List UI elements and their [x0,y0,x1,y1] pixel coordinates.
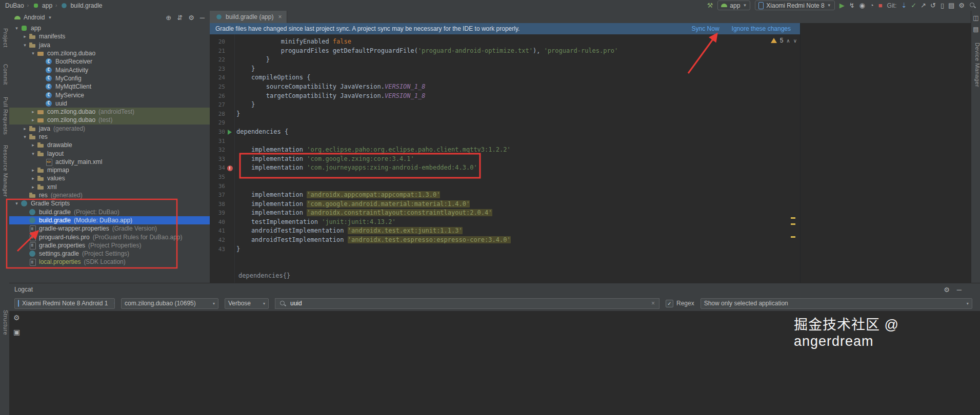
code-line-29[interactable]: 29 [210,118,800,128]
regex-option[interactable]: Regex [666,300,694,307]
git-commit-icon[interactable]: ✓ [911,2,916,9]
settings-icon[interactable]: ⚙ [188,14,194,21]
device-manager-icon[interactable]: ▯ [941,2,944,9]
run-gutter-icon[interactable] [228,130,232,135]
code-line-41[interactable]: 41 androidTestImplementation 'androidx.t… [210,226,800,236]
stop-icon[interactable]: ■ [878,2,883,9]
target-device-select[interactable]: Xiaomi Redmi Note 8 ▼ [755,1,834,10]
chevron-expanded-icon[interactable]: ▾ [22,43,28,48]
tree-item-myservice[interactable]: CMyService [9,91,210,99]
code-line-28[interactable]: 28} [210,110,800,119]
build-hammer-icon[interactable]: ⚒ [707,2,713,9]
tool-button-commit[interactable]: Commit [1,64,9,85]
code-line-30[interactable]: 30dependencies { [210,128,800,137]
code-line-22[interactable]: 22 } [210,55,800,65]
tree-item-com-zilong-dubao[interactable]: ▾com.zilong.dubao [9,49,210,57]
warning-stripe-mark[interactable] [791,217,795,219]
hide-panel-icon[interactable]: ─ [957,286,962,293]
chevron-down-icon[interactable]: ▼ [48,15,52,20]
breadcrumb-module[interactable]: app [42,2,52,9]
code-line-32[interactable]: 32 implementation 'org.eclipse.paho:org.… [210,146,800,155]
code-editor[interactable]: 20 minifyEnabled false21 proguardFiles g… [210,34,800,283]
chevron-expanded-icon[interactable]: ▾ [13,26,20,31]
breadcrumb-file[interactable]: build.gradle [70,2,102,9]
code-line-27[interactable]: 27 } [210,100,800,110]
code-line-34[interactable]: 34! implementation 'com.journeyapps:zxin… [210,163,800,173]
code-line-21[interactable]: 21 proguardFiles getDefaultProguardFile(… [210,47,800,56]
chevron-collapsed-icon[interactable]: ▸ [30,142,36,148]
code-line-20[interactable]: 20 minifyEnabled false [210,37,800,47]
settings-icon[interactable]: ⚙ [944,286,950,293]
chevron-collapsed-icon[interactable]: ▸ [22,126,28,131]
inspections-widget[interactable]: 5 ∧ ∨ [771,37,797,44]
tree-item-gradle-scripts[interactable]: ▾Gradle Scripts [9,199,210,208]
chevron-expanded-icon[interactable]: ▾ [22,134,28,139]
code-line-39[interactable]: 39 implementation 'androidx.constraintla… [210,209,800,218]
code-line-36[interactable]: 36 [210,182,800,191]
tree-item-mymqttclient[interactable]: CMyMqttClient [9,82,210,91]
code-line-25[interactable]: 25 sourceCompatibility JavaVersion.VERSI… [210,82,800,92]
tree-item-xml[interactable]: ▸xml [9,183,210,191]
tree-item-app[interactable]: ▾app [9,24,210,32]
next-warning-icon[interactable]: ∨ [793,38,797,44]
debug-icon[interactable]: ◉ [859,2,865,9]
tree-item-myconfig[interactable]: CMyConfig [9,74,210,82]
tree-item-local-properties[interactable]: ≡local.properties(SDK Location) [9,258,210,266]
logcat-device-select[interactable]: Xiaomi Redmi Note 8 Android 1 [14,298,115,309]
chevron-collapsed-icon[interactable]: ▸ [30,176,36,181]
tree-item-drawable[interactable]: ▸drawable [9,141,210,149]
code-line-24[interactable]: 24 compileOptions { [210,73,800,82]
tool-button-resource-manager[interactable]: Resource Manager [1,145,9,197]
tree-item-gradle-properties[interactable]: ≡gradle.properties(Project Properties) [9,241,210,250]
chevron-collapsed-icon[interactable]: ▸ [30,109,36,114]
tree-item-values[interactable]: ▸values [9,174,210,182]
code-line-33[interactable]: 33 implementation 'com.google.zxing:core… [210,155,800,164]
expand-collapse-icon[interactable]: ⇵ [177,14,183,21]
git-push-icon[interactable]: ↗ [921,2,926,9]
emulator-icon[interactable]: ▤ [973,26,978,32]
tree-item-mainactivity[interactable]: CMainActivity [9,66,210,74]
clear-search-icon[interactable]: × [651,300,655,307]
tree-item-activity-main-xml[interactable]: <>activity_main.xml [9,158,210,166]
git-rollback-icon[interactable]: ↺ [930,2,936,9]
logcat-settings-icon[interactable]: ⚙ [13,314,20,321]
tree-item-layout[interactable]: ▾layout [9,149,210,157]
chevron-collapsed-icon[interactable]: ▸ [22,34,28,39]
tree-item-java[interactable]: ▸java(generated) [9,125,210,133]
chevron-expanded-icon[interactable]: ▾ [30,51,36,56]
sync-now-link[interactable]: Sync Now [692,25,719,32]
code-line-26[interactable]: 26 targetCompatibility JavaVersion.VERSI… [210,92,800,101]
run-icon[interactable]: ▶ [839,2,845,9]
regex-checkbox[interactable] [666,300,673,307]
git-update-icon[interactable]: ⇣ [901,2,907,9]
tree-item-gradle-wrapper-properties[interactable]: ≡gradle-wrapper.properties(Gradle Versio… [9,224,210,233]
code-line-40[interactable]: 40 testImplementation 'junit:junit:4.13.… [210,218,800,227]
logcat-level-select[interactable]: Verbose [225,298,269,309]
code-line-43[interactable]: 43} [210,245,800,254]
code-line-23[interactable]: 23 } [210,65,800,74]
logcat-process-select[interactable]: com.zilong.dubao (10695) [121,298,218,309]
code-line-38[interactable]: 38 implementation 'com.google.android.ma… [210,200,800,209]
select-opened-file-icon[interactable]: ⊕ [166,14,171,21]
chevron-collapsed-icon[interactable]: ▸ [30,184,36,190]
search-everywhere-icon[interactable] [969,2,976,9]
tree-item-res[interactable]: ▾res [9,133,210,141]
tree-item-settings-gradle[interactable]: settings.gradle(Project Settings) [9,250,210,258]
screenshot-icon[interactable]: ▣ [13,328,20,336]
tree-item-manifests[interactable]: ▸manifests [9,32,210,40]
tree-item-java[interactable]: ▾java [9,41,210,49]
tree-item-build-gradle[interactable]: build.gradle(Project: DuBao) [9,208,210,216]
prev-warning-icon[interactable]: ∧ [786,38,790,44]
tree-item-mipmap[interactable]: ▸mipmap [9,166,210,174]
tool-button-pull-requests[interactable]: Pull Requests [1,97,9,135]
ignore-changes-link[interactable]: Ignore these changes [732,25,791,32]
tool-button-structure[interactable]: Structure [1,310,9,335]
project-view-selector[interactable]: Android [24,14,45,21]
profiler-icon[interactable]: ◔ [870,2,874,9]
apply-changes-icon[interactable]: ↯ [849,2,855,9]
breadcrumb-project[interactable]: DuBao [5,2,24,9]
sdk-manager-icon[interactable]: ▤ [948,2,954,9]
settings-icon[interactable]: ⚙ [958,2,965,9]
chevron-expanded-icon[interactable]: ▾ [30,151,36,156]
tree-item-uuid[interactable]: Cuuid [9,99,210,108]
